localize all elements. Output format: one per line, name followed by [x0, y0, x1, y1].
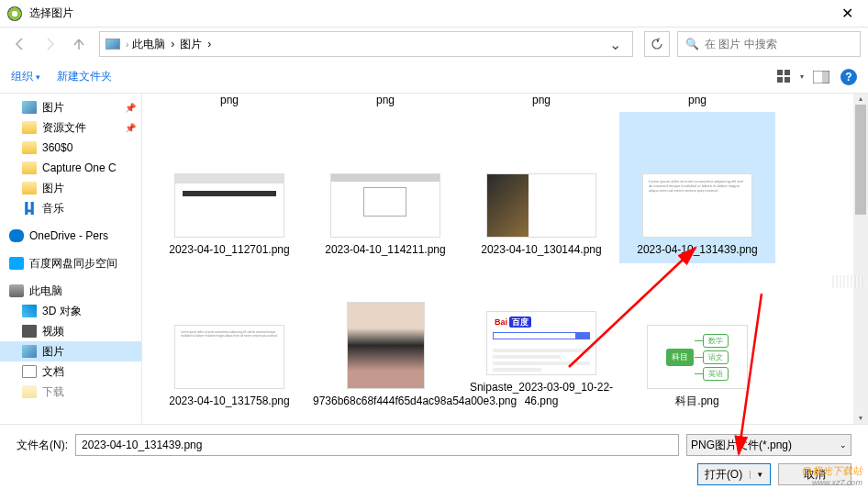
svg-rect-3: [785, 77, 790, 83]
address-bar[interactable]: › 此电脑 › 图片 › ⌄: [99, 31, 633, 57]
file-item-2[interactable]: 2023-04-10_130144.png: [463, 112, 619, 263]
search-input[interactable]: [705, 38, 852, 50]
sidebar-item-label: Capture One C: [42, 161, 117, 174]
refresh-icon: [651, 38, 663, 50]
folder-icon: [22, 385, 37, 398]
app-icon: [7, 6, 22, 21]
pic-icon: [22, 101, 37, 114]
breadcrumb: 此电脑 › 图片 ›: [132, 37, 211, 52]
help-button[interactable]: ?: [840, 69, 857, 85]
chevron-down-icon: ⌄: [840, 440, 847, 450]
location-icon: [106, 39, 120, 50]
sidebar-item-label: 图片: [42, 181, 64, 196]
close-button[interactable]: ✕: [834, 1, 861, 26]
baidu-icon: [9, 257, 24, 270]
file-item-3[interactable]: Lorem ipsum dolor sit amet consectetur a…: [619, 112, 775, 263]
file-label-partial: png: [307, 94, 463, 112]
file-item-5[interactable]: 9736b68c68f444f65d4ac98a54a00e3.png: [307, 263, 463, 415]
preview-icon: [813, 71, 829, 83]
file-item-7[interactable]: 科目数学语文英语科目.png: [619, 263, 775, 415]
svg-rect-0: [777, 70, 783, 75]
file-grid: pngpngpngpng 2023-04-10_112701.png2023-0…: [142, 94, 868, 424]
filetype-select[interactable]: PNG图片文件(*.png) ⌄: [686, 434, 851, 456]
chevron-right-icon: ›: [171, 38, 174, 50]
open-button[interactable]: 打开(O) ▼: [697, 463, 771, 485]
chevron-right-icon: ›: [126, 39, 128, 50]
file-thumbnail: [330, 173, 440, 238]
file-item-1[interactable]: 2023-04-10_114211.png: [307, 112, 463, 263]
sidebar-item-label: 图片: [42, 344, 64, 360]
file-thumbnail: [347, 302, 425, 389]
sidebar-item-label: 下载: [42, 384, 64, 400]
file-item-0[interactable]: 2023-04-10_112701.png: [151, 112, 307, 263]
arrow-left-icon: [13, 37, 28, 51]
sidebar-item-7[interactable]: 百度网盘同步空间: [0, 253, 141, 273]
breadcrumb-item[interactable]: 此电脑: [132, 37, 165, 52]
chevron-right-icon: ›: [207, 38, 211, 50]
sidebar-item-3[interactable]: Capture One C: [0, 158, 141, 178]
watermark-sub: www.xz7.com: [802, 478, 862, 487]
thumbnails-icon: [777, 70, 797, 84]
main-area: 图片📌资源文件📌360$0Capture One C图片音乐OneDrive -…: [0, 94, 868, 424]
refresh-button[interactable]: [644, 31, 670, 57]
sidebar-item-4[interactable]: 图片: [0, 178, 141, 198]
forward-button[interactable]: [37, 31, 62, 57]
scroll-up-icon[interactable]: ▴: [853, 94, 868, 105]
doc-icon: [22, 365, 37, 378]
pin-icon: 📌: [125, 103, 136, 113]
sidebar-item-8[interactable]: 此电脑: [0, 281, 141, 301]
sidebar-item-label: 百度网盘同步空间: [29, 256, 117, 272]
scrollbar-thumb[interactable]: [855, 105, 866, 215]
sidebar-item-2[interactable]: 360$0: [0, 138, 141, 158]
search-box[interactable]: 🔍: [677, 31, 861, 57]
svg-rect-1: [785, 70, 790, 75]
keyboard-hint-icon: [832, 275, 864, 288]
sidebar-item-11[interactable]: 图片: [0, 341, 141, 361]
organize-menu[interactable]: 组织: [11, 69, 40, 84]
filename-input[interactable]: [75, 434, 679, 456]
scroll-down-icon[interactable]: ▾: [853, 413, 868, 424]
mindmap-root: 科目: [666, 349, 694, 366]
sidebar-item-1[interactable]: 资源文件📌: [0, 117, 141, 138]
sidebar-item-label: 此电脑: [29, 283, 62, 299]
svg-rect-2: [777, 77, 783, 83]
vertical-scrollbar[interactable]: ▴ ▾: [853, 94, 868, 424]
open-dropdown-icon[interactable]: ▼: [750, 471, 763, 479]
up-button[interactable]: [66, 31, 92, 57]
new-folder-button[interactable]: 新建文件夹: [57, 69, 112, 84]
sidebar-item-label: 图片: [42, 100, 64, 116]
view-mode-button[interactable]: ▾: [777, 70, 804, 84]
filename-label: 文件名(N):: [17, 438, 68, 453]
sidebar-item-5[interactable]: 音乐: [0, 198, 141, 218]
preview-pane-button[interactable]: [813, 71, 829, 83]
sidebar-item-0[interactable]: 图片📌: [0, 97, 141, 117]
folder-icon: [22, 141, 37, 154]
file-thumbnail: Bai百度: [486, 311, 596, 375]
folder-icon: [22, 182, 37, 194]
search-icon: 🔍: [685, 38, 699, 50]
file-label: 2023-04-10_130144.png: [469, 243, 614, 258]
sidebar-item-label: 视频: [42, 324, 64, 339]
titlebar: 选择图片 ✕: [0, 0, 868, 28]
sidebar-item-label: 音乐: [42, 201, 64, 217]
sidebar-item-10[interactable]: 视频: [0, 321, 141, 341]
sidebar-item-label: 3D 对象: [42, 304, 82, 319]
back-button[interactable]: [7, 31, 33, 57]
sidebar-item-13[interactable]: 下载: [0, 382, 141, 402]
arrow-right-icon: [42, 37, 57, 51]
file-thumbnail: [174, 173, 284, 238]
svg-rect-5: [822, 71, 829, 83]
sidebar-item-12[interactable]: 文档: [0, 361, 141, 382]
file-label: 9736b68c68f444f65d4ac98a54a00e3.png: [313, 395, 458, 409]
breadcrumb-item[interactable]: 图片: [180, 37, 202, 52]
sidebar-item-9[interactable]: 3D 对象: [0, 301, 141, 321]
sidebar-item-6[interactable]: OneDrive - Pers: [0, 226, 141, 246]
d3-icon: [22, 305, 37, 317]
filetype-value: PNG图片文件(*.png): [691, 438, 792, 453]
file-label: 2023-04-10_112701.png: [157, 243, 302, 258]
file-item-4[interactable]: Lorem ipsum dolor sit amet consectetur a…: [151, 263, 307, 415]
file-item-6[interactable]: Bai百度Snipaste_2023-03-09_10-22-46.png: [463, 263, 619, 415]
file-label-partial: png: [151, 94, 307, 112]
file-thumbnail: [486, 173, 596, 238]
address-dropdown[interactable]: ⌄: [604, 36, 627, 53]
